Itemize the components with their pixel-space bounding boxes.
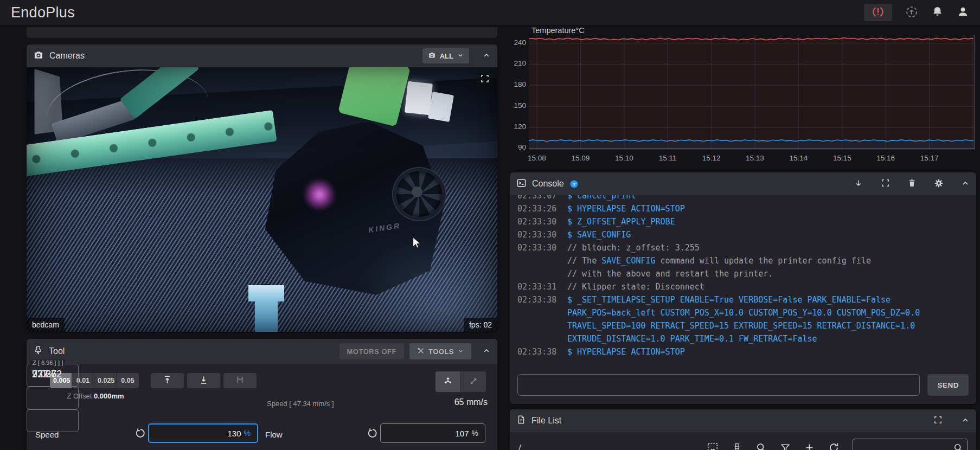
collapse-tool-button[interactable] bbox=[482, 346, 491, 357]
panel-title: Console bbox=[532, 179, 564, 189]
console-timestamp: 02:33:26 bbox=[517, 202, 559, 215]
console-message: // The SAVE_CONFIG command will update t… bbox=[567, 254, 969, 267]
fullscreen-corners-icon bbox=[933, 415, 943, 426]
collapse-console-button[interactable] bbox=[961, 179, 970, 189]
tool-panel: Tool MOTORS OFF TOOLS bbox=[27, 339, 497, 450]
search-toggle-button[interactable] bbox=[755, 442, 767, 450]
console-message: $ HYPERLAPSE ACTION=STOP bbox=[567, 345, 969, 358]
webcam-stream: KINGR bedcam fps: 02 bbox=[27, 67, 497, 332]
console-line: // with the above and restart the printe… bbox=[517, 267, 969, 280]
position-boxes: X [ 251.23 ]97.67Y [ 93.05 ]237.62Z [ 6.… bbox=[27, 364, 79, 432]
tools-dropdown-button[interactable]: TOOLS bbox=[409, 343, 471, 359]
tool-body: 0.0050.010.0250.05 Z Offset 0.000mm bbox=[27, 364, 497, 450]
reset-speed-button[interactable] bbox=[131, 427, 144, 440]
z-step-0.05[interactable]: 0.05 bbox=[117, 373, 139, 388]
console-log[interactable]: 02:33:07$ cancel_print02:33:26$ HYPERLAP… bbox=[510, 195, 976, 370]
console-line: 02:33:38$ _SET_TIMELAPSE_SETUP ENABLE=Tr… bbox=[517, 293, 969, 345]
clipped-panel-above bbox=[27, 27, 497, 38]
console-message: // with the above and restart the printe… bbox=[567, 267, 969, 280]
emergency-stop-button[interactable] bbox=[864, 4, 892, 21]
file-list-panel: File List / bbox=[510, 409, 976, 450]
account-button[interactable] bbox=[957, 5, 969, 20]
console-timestamp: 02:33:38 bbox=[517, 345, 559, 358]
x-axis-tick: 15:09 bbox=[565, 154, 595, 162]
save-z-offset-button[interactable] bbox=[223, 373, 257, 388]
mms-readout: 65 mm/s bbox=[454, 397, 488, 407]
console-input-row: SEND bbox=[510, 370, 976, 403]
console-message: $ SAVE_CONFIG bbox=[567, 228, 969, 241]
reset-flow-button[interactable] bbox=[363, 427, 376, 440]
refresh-button[interactable] bbox=[828, 442, 840, 450]
flow-factor-value: 107 bbox=[456, 429, 469, 438]
console-fullscreen-button[interactable] bbox=[881, 178, 890, 189]
x-axis-tick: 15:15 bbox=[827, 154, 857, 162]
motors-off-button[interactable]: MOTORS OFF bbox=[340, 343, 404, 359]
collapse-cameras-button[interactable] bbox=[482, 51, 491, 61]
percent-unit: % bbox=[244, 429, 251, 438]
position-box-z[interactable]: Z [ 6.96 ]7.02 bbox=[27, 409, 79, 432]
file-list-header: File List bbox=[510, 409, 976, 432]
console-input[interactable] bbox=[517, 374, 920, 396]
bell-icon bbox=[931, 5, 944, 20]
console-settings-button[interactable] bbox=[934, 178, 944, 190]
y-axis-tick: 90 bbox=[510, 143, 526, 151]
x-axis-tick: 15:16 bbox=[870, 154, 901, 162]
tool-header: Tool MOTORS OFF TOOLS bbox=[27, 339, 497, 364]
file-search-input[interactable] bbox=[853, 439, 968, 450]
axis-move-icon bbox=[443, 376, 453, 388]
x-axis-tick: 15:13 bbox=[740, 154, 770, 162]
diagonal-arrows-icon bbox=[469, 376, 478, 388]
x-axis-tick: 15:14 bbox=[783, 154, 814, 162]
search-icon bbox=[953, 442, 964, 450]
move-mode-button[interactable] bbox=[435, 371, 460, 392]
console-timestamp: 02:33:07 bbox=[517, 195, 559, 202]
scroll-to-bottom-button[interactable] bbox=[854, 178, 863, 190]
y-axis-tick: 240 bbox=[510, 38, 526, 47]
webcam-fullscreen-button[interactable] bbox=[477, 71, 493, 87]
console-header: Console ? bbox=[510, 172, 976, 195]
console-line: 02:33:30// bltouch: z_offset: 3.255 bbox=[517, 241, 969, 254]
x-axis-tick: 15:10 bbox=[609, 154, 639, 162]
endoplus-app: { "app": { "title": "EndoPlus" }, "topba… bbox=[0, 0, 980, 450]
console-message: $ cancel_print bbox=[567, 195, 969, 202]
chevron-up-icon bbox=[961, 416, 970, 426]
notifications-button[interactable] bbox=[931, 5, 944, 20]
add-file-button[interactable] bbox=[804, 442, 815, 450]
cross-move-button[interactable] bbox=[461, 371, 486, 392]
plus-icon bbox=[804, 442, 815, 450]
person-icon bbox=[957, 5, 969, 20]
y-axis-tick: 120 bbox=[510, 123, 526, 131]
speed-factor-input[interactable]: 130 % bbox=[148, 423, 258, 443]
page-content: Cameras ALL bbox=[0, 25, 980, 450]
console-message: // Klipper state: Disconnect bbox=[567, 280, 969, 293]
z-step-0.025[interactable]: 0.025 bbox=[94, 373, 117, 388]
file-list-toolbar: / bbox=[510, 432, 976, 450]
filelist-fullscreen-button[interactable] bbox=[933, 415, 943, 426]
panel-title: File List bbox=[531, 416, 561, 426]
search-icon bbox=[755, 442, 767, 450]
help-icon[interactable]: ? bbox=[569, 179, 579, 189]
chevron-up-icon bbox=[482, 51, 491, 61]
y-axis-tick: 210 bbox=[510, 59, 526, 67]
column-settings-button[interactable] bbox=[732, 442, 742, 450]
console-line: 02:33:30$ Z_OFFSET_APPLY_PROBE bbox=[517, 215, 969, 228]
position-box-y[interactable]: Y [ 93.05 ]237.62 bbox=[27, 387, 79, 409]
flow-factor-input[interactable]: 107 % bbox=[380, 423, 485, 443]
filter-button[interactable] bbox=[780, 442, 791, 450]
collapse-filelist-button[interactable] bbox=[961, 416, 970, 426]
z-offset-down-button[interactable] bbox=[187, 373, 220, 388]
clear-console-button[interactable] bbox=[907, 178, 917, 189]
z-offset-up-button[interactable] bbox=[151, 373, 184, 388]
webcam-fps-tag: fps: 02 bbox=[464, 318, 497, 332]
trash-icon bbox=[907, 178, 917, 189]
chevron-up-icon bbox=[961, 179, 970, 189]
update-button[interactable] bbox=[905, 5, 918, 20]
camera-select-button[interactable]: ALL bbox=[422, 48, 469, 63]
thumbnail-size-icon bbox=[707, 442, 719, 450]
thumbnail-size-button[interactable] bbox=[707, 442, 719, 450]
fullscreen-corners-icon bbox=[480, 74, 490, 85]
cameras-header: Cameras ALL bbox=[27, 44, 497, 67]
gear-icon bbox=[934, 178, 944, 190]
send-button[interactable]: SEND bbox=[927, 374, 969, 396]
webcam-name-tag: bedcam bbox=[27, 318, 65, 332]
